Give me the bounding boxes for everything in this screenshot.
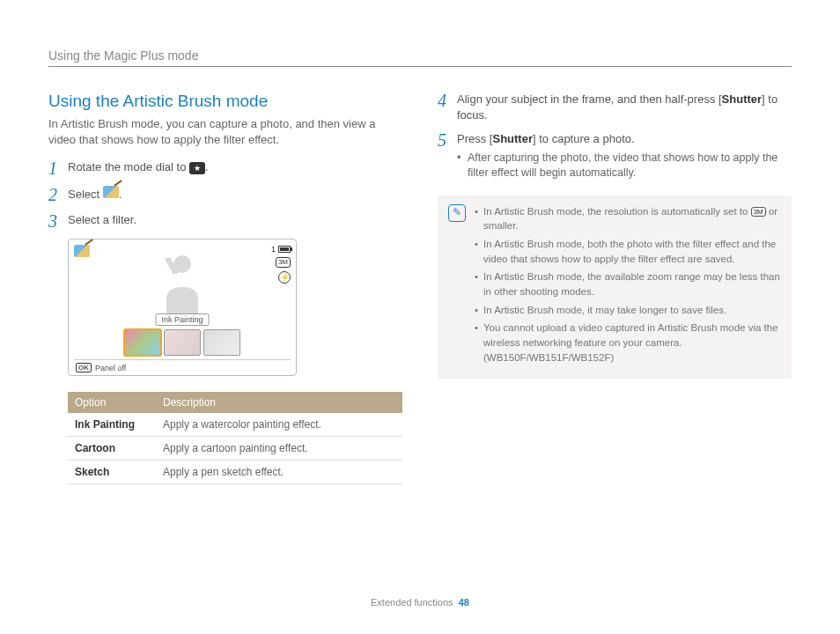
artistic-brush-icon	[103, 186, 119, 198]
screen-top-area: 1 3M ⚡ Ink Painting	[74, 245, 291, 326]
step-text: Align your subject in the frame, and the…	[457, 92, 792, 122]
step-4-pre: Align your subject in the frame, and the…	[457, 92, 722, 106]
note-item: In Artistic Brush mode, the available zo…	[475, 269, 781, 299]
step-2-post: .	[119, 188, 122, 201]
note-icon: ✎	[448, 204, 466, 222]
right-column: 4 Align your subject in the frame, and t…	[438, 92, 792, 484]
footer-section: Extended functions	[371, 597, 453, 608]
step-2-pre: Select	[68, 188, 103, 201]
note-item: In Artistic Brush mode, the resolution i…	[475, 204, 781, 233]
filter-thumbnails	[74, 329, 291, 356]
thumb-sketch	[203, 329, 240, 356]
step-number: 1	[48, 159, 68, 177]
step-text: Press [Shutter] to capture a photo. Afte…	[457, 131, 792, 181]
option-name: Sketch	[68, 461, 156, 484]
screen-footer: OK Panel off	[74, 359, 291, 373]
note-1-pre: In Artistic Brush mode, the resolution i…	[483, 206, 751, 217]
note-item: You cannot upload a video captured in Ar…	[475, 321, 781, 365]
mode-dial-star-icon: ★	[189, 162, 205, 174]
resolution-badge: 3M	[276, 257, 291, 268]
step-text: Rotate the mode dial to ★.	[68, 159, 402, 175]
note-item: In Artistic Brush mode, both the photo w…	[475, 237, 781, 266]
option-desc: Apply a cartoon painting effect.	[156, 437, 402, 461]
content-columns: Using the Artistic Brush mode In Artisti…	[48, 92, 792, 484]
section-intro: In Artistic Brush mode, you can capture …	[48, 116, 402, 147]
step-number: 4	[438, 92, 457, 109]
flash-icon: ⚡	[278, 271, 291, 284]
page-number: 48	[459, 597, 469, 608]
step-text: Select .	[68, 186, 402, 203]
option-desc: Apply a watercolor painting effect.	[156, 413, 402, 437]
step-text: Select a filter.	[68, 212, 402, 228]
step-4: 4 Align your subject in the frame, and t…	[438, 92, 792, 122]
step-number: 5	[438, 131, 457, 149]
ok-button-icon: OK	[76, 363, 92, 372]
th-option: Option	[68, 392, 156, 413]
table-row: Cartoon Apply a cartoon painting effect.	[68, 437, 402, 461]
screen-footer-text: Panel off	[95, 364, 126, 372]
step-1-post: .	[205, 160, 209, 173]
resolution-badge-icon: 3M	[751, 207, 766, 217]
camera-screen-preview: 1 3M ⚡ Ink Painting OK Panel off	[68, 239, 297, 376]
th-description: Description	[156, 392, 402, 413]
palette-icon	[74, 245, 90, 257]
step-5-post: ] to capture a photo.	[533, 132, 635, 145]
thumb-ink-painting	[124, 329, 161, 356]
battery-icon	[278, 246, 291, 253]
step-1-pre: Rotate the mode dial to	[68, 160, 189, 173]
option-name: Cartoon	[68, 437, 156, 461]
section-title: Using the Artistic Brush mode	[48, 92, 402, 111]
step-2: 2 Select .	[48, 186, 402, 203]
step-number: 3	[48, 212, 68, 230]
step-1: 1 Rotate the mode dial to ★.	[48, 159, 402, 177]
table-header-row: Option Description	[68, 392, 402, 413]
shutter-label: Shutter	[492, 132, 533, 145]
step-5-sub-bullet: After capturing the photo, the video tha…	[457, 151, 792, 181]
option-name: Ink Painting	[68, 413, 156, 437]
page-header: Using the Magic Plus mode	[48, 48, 792, 67]
note-box: ✎ In Artistic Brush mode, the resolution…	[438, 195, 792, 380]
step-5-pre: Press [	[457, 132, 492, 145]
table-row: Sketch Apply a pen sketch effect.	[68, 461, 402, 484]
option-desc: Apply a pen sketch effect.	[156, 461, 402, 484]
thumb-cartoon	[164, 329, 201, 356]
step-3: 3 Select a filter.	[48, 212, 402, 230]
step-5: 5 Press [Shutter] to capture a photo. Af…	[438, 131, 792, 181]
note-list: In Artistic Brush mode, the resolution i…	[475, 204, 781, 369]
shutter-label: Shutter	[722, 92, 763, 106]
filter-options-table: Option Description Ink Painting Apply a …	[68, 392, 402, 484]
left-column: Using the Artistic Brush mode In Artisti…	[48, 92, 402, 484]
filter-label: Ink Painting	[155, 313, 209, 326]
step-number: 2	[48, 186, 68, 203]
table-row: Ink Painting Apply a watercolor painting…	[68, 413, 402, 437]
screen-status-stack: 1 3M ⚡	[271, 245, 291, 284]
counter-value: 1	[271, 245, 276, 254]
page-footer: Extended functions 48	[0, 597, 840, 608]
note-item: In Artistic Brush mode, it may take long…	[475, 303, 781, 318]
